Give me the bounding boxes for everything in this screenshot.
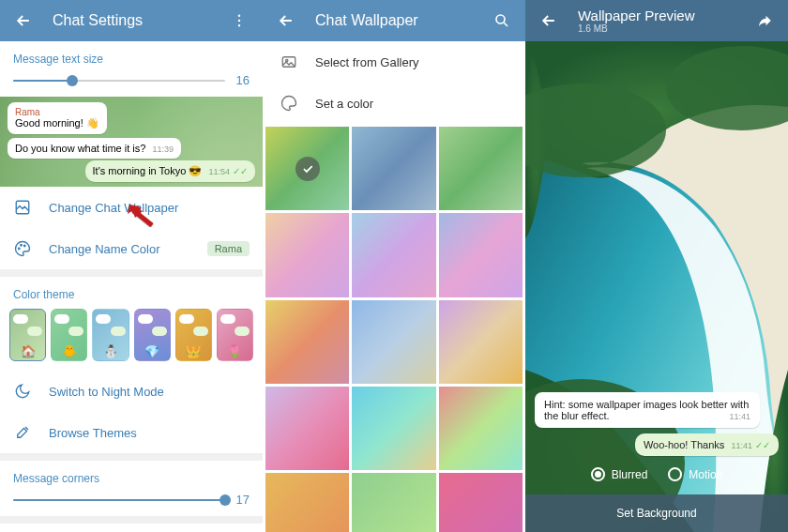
header: Chat Wallpaper — [263, 0, 525, 41]
preview-msg1: Good morning! 👋 — [15, 117, 99, 129]
chat-list-view-label: Chat list view — [0, 524, 263, 532]
page-title: Chat Settings — [53, 12, 229, 29]
reply-time: 11:41 — [731, 441, 752, 450]
checks-icon: ✓✓ — [755, 440, 770, 450]
theme-chip[interactable]: 🏠 — [9, 309, 46, 361]
preview-msg3-time: 11:54 — [208, 167, 230, 176]
preview-msg3: It's morning in Tokyo 😎 — [93, 165, 203, 176]
theme-chip[interactable]: 🐥 — [51, 309, 87, 361]
wallpaper-tile[interactable] — [439, 213, 523, 296]
text-size-slider[interactable]: 16 — [0, 73, 263, 97]
radio-icon — [591, 467, 605, 481]
change-wallpaper-label: Change Chat Wallpaper — [49, 201, 178, 215]
motion-label: Motion — [689, 468, 722, 481]
toggle-row: Blurred Motion — [591, 467, 723, 481]
color-theme-label: Color theme — [0, 277, 263, 309]
set-color-label: Set a color — [315, 97, 373, 111]
text-size-value: 16 — [235, 73, 250, 87]
share-icon[interactable] — [754, 10, 775, 31]
change-name-color-row[interactable]: Change Name Color Rama — [0, 228, 263, 269]
wallpaper-tile[interactable] — [439, 387, 523, 470]
browse-themes-row[interactable]: Browse Themes — [0, 412, 263, 453]
hint-text: Hint: some wallpaper images look better … — [544, 399, 749, 421]
chat-wallpaper-screen: Chat Wallpaper Select from Gallery Set a… — [263, 0, 525, 532]
more-icon[interactable] — [229, 10, 250, 31]
wallpaper-tile[interactable] — [265, 473, 349, 532]
hint-bubble: Hint: some wallpaper images look better … — [535, 392, 760, 428]
back-icon[interactable] — [276, 10, 296, 31]
night-mode-label: Switch to Night Mode — [49, 385, 164, 399]
checks-icon: ✓✓ — [233, 166, 248, 176]
corners-slider[interactable]: 17 — [0, 493, 263, 516]
wallpaper-tile[interactable] — [439, 473, 523, 532]
svg-point-0 — [238, 15, 240, 17]
theme-chip[interactable]: 💎 — [134, 309, 171, 361]
wallpaper-tile[interactable] — [439, 300, 523, 384]
browse-themes-label: Browse Themes — [49, 426, 137, 440]
hint-time: 11:41 — [729, 412, 750, 421]
wallpaper-icon — [13, 198, 32, 217]
radio-icon — [668, 467, 682, 481]
wallpaper-grid — [263, 124, 525, 532]
svg-point-9 — [496, 15, 505, 23]
file-size: 1.6 MB — [578, 23, 754, 34]
change-wallpaper-row[interactable]: Change Chat Wallpaper — [0, 187, 263, 228]
corners-label: Message corners — [0, 461, 263, 493]
back-icon[interactable] — [13, 10, 34, 31]
gallery-icon — [280, 53, 298, 71]
text-size-label: Message text size — [0, 41, 263, 73]
blurred-toggle[interactable]: Blurred — [591, 467, 648, 481]
wallpaper-tile[interactable] — [352, 387, 435, 470]
check-icon — [296, 157, 320, 181]
chat-settings-screen: Chat Settings Message text size 16 Rama … — [0, 0, 263, 532]
reply-text: Woo-hoo! Thanks — [644, 439, 724, 450]
corners-value: 17 — [235, 493, 250, 507]
search-icon[interactable] — [492, 10, 512, 31]
theme-chip[interactable]: 👑 — [175, 309, 212, 361]
wallpaper-tile[interactable] — [352, 473, 435, 532]
reply-bubble: Woo-hoo! Thanks 11:41 ✓✓ — [635, 433, 779, 456]
wallpaper-tile[interactable] — [265, 127, 349, 210]
gallery-label: Select from Gallery — [315, 55, 419, 69]
wallpaper-tile[interactable] — [439, 127, 523, 210]
select-from-gallery-row[interactable]: Select from Gallery — [263, 41, 525, 83]
page-title: Chat Wallpaper — [315, 12, 492, 29]
moon-icon — [13, 382, 32, 401]
preview-msg2: Do you know what time it is? — [15, 143, 145, 154]
theme-row: 🏠🐥⛄💎👑🌷 — [0, 309, 263, 371]
back-icon[interactable] — [538, 10, 559, 31]
svg-point-6 — [24, 245, 26, 247]
blurred-label: Blurred — [612, 468, 648, 481]
brush-icon — [13, 423, 32, 442]
palette-icon — [13, 239, 32, 258]
wallpaper-tile[interactable] — [265, 387, 349, 470]
preview-msg2-time: 11:39 — [152, 144, 174, 154]
name-badge: Rama — [207, 241, 250, 256]
svg-point-1 — [238, 20, 240, 22]
set-color-row[interactable]: Set a color — [263, 83, 525, 124]
theme-chip[interactable]: ⛄ — [92, 309, 129, 361]
wallpaper-preview-screen: Wallpaper Preview 1.6 MB — [525, 0, 788, 532]
page-title: Wallpaper Preview — [578, 8, 754, 23]
svg-point-5 — [21, 245, 23, 247]
night-mode-row[interactable]: Switch to Night Mode — [0, 371, 263, 412]
svg-point-2 — [238, 24, 240, 26]
chat-preview: Rama Good morning! 👋 Do you know what ti… — [0, 97, 263, 187]
change-name-label: Change Name Color — [49, 242, 160, 256]
header: Wallpaper Preview 1.6 MB — [525, 0, 788, 41]
wallpaper-tile[interactable] — [352, 127, 435, 210]
wallpaper-preview: Hint: some wallpaper images look better … — [525, 41, 788, 532]
svg-point-4 — [19, 248, 21, 250]
wallpaper-tile[interactable] — [352, 213, 435, 296]
wallpaper-tile[interactable] — [265, 300, 349, 384]
palette-icon — [280, 94, 298, 113]
motion-toggle[interactable]: Motion — [668, 467, 722, 481]
wallpaper-tile[interactable] — [265, 213, 349, 296]
theme-chip[interactable]: 🌷 — [217, 309, 253, 361]
preview-sender: Rama — [15, 107, 99, 117]
set-background-button[interactable]: Set Background — [525, 494, 788, 532]
header: Chat Settings — [0, 0, 263, 41]
wallpaper-tile[interactable] — [352, 300, 435, 384]
